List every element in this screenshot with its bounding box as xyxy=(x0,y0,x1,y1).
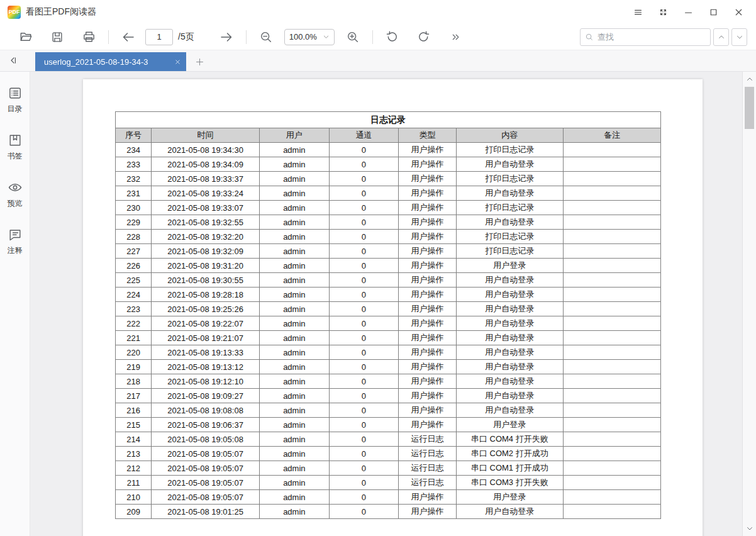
zoom-in-button[interactable] xyxy=(342,26,364,48)
table-cell: 2021-05-08 19:22:07 xyxy=(152,316,260,331)
fullscreen-icon xyxy=(658,7,669,18)
sidebar-item-preview[interactable]: 预览 xyxy=(0,180,30,209)
chevron-up-icon xyxy=(718,33,725,41)
chevron-down-icon xyxy=(323,33,330,40)
close-icon xyxy=(733,7,744,18)
tab-userlog[interactable]: userlog_2021-05-08-19-34-3 xyxy=(35,52,186,71)
save-button[interactable] xyxy=(47,26,68,48)
table-cell: 用户操作 xyxy=(398,505,456,519)
search-box[interactable] xyxy=(580,28,711,46)
table-cell: admin xyxy=(259,316,329,331)
table-cell: 2021-05-08 19:30:55 xyxy=(152,273,260,288)
table-cell: 218 xyxy=(116,374,152,389)
table-row: 2102021-05-08 19:05:07admin0用户操作用户登录 xyxy=(116,490,661,505)
table-cell: 231 xyxy=(116,186,152,201)
minimize-button[interactable] xyxy=(675,0,701,24)
vertical-scrollbar[interactable] xyxy=(742,72,756,536)
table-cell: 用户自动登录 xyxy=(456,505,563,519)
find-next-button[interactable] xyxy=(731,28,747,46)
sidebar-item-label: 预览 xyxy=(8,198,23,209)
table-cell: 用户自动登录 xyxy=(456,186,563,201)
table-cell: 220 xyxy=(116,345,152,360)
table-cell: 2021-05-08 19:28:18 xyxy=(152,288,260,302)
table-cell: 用户操作 xyxy=(398,345,456,360)
table-cell: 用户自动登录 xyxy=(456,302,563,316)
bookmark-icon xyxy=(8,133,23,148)
print-button[interactable] xyxy=(78,26,99,48)
sidebar-item-toc[interactable]: 目录 xyxy=(0,86,30,114)
zoom-out-icon xyxy=(259,30,273,44)
sidebar-item-annotations[interactable]: 注释 xyxy=(0,227,30,256)
column-header: 类型 xyxy=(398,128,456,143)
toolbar-separator xyxy=(108,30,109,44)
table-cell: 2021-05-08 19:08:08 xyxy=(152,403,260,418)
log-table-body: 2342021-05-08 19:34:30admin0用户操作打印日志记录23… xyxy=(116,143,661,519)
table-row: 2242021-05-08 19:28:18admin0用户操作用户自动登录 xyxy=(116,288,661,302)
table-cell: 224 xyxy=(116,288,152,302)
table-cell: 2021-05-08 19:05:07 xyxy=(152,476,260,490)
table-cell: 217 xyxy=(116,389,152,403)
column-header: 通道 xyxy=(329,128,398,143)
prev-page-button[interactable] xyxy=(118,26,139,48)
table-cell: 打印日志记录 xyxy=(456,201,563,215)
table-cell xyxy=(563,432,660,447)
rotate-left-button[interactable] xyxy=(382,26,403,48)
next-page-button[interactable] xyxy=(216,26,237,48)
table-cell: 227 xyxy=(116,244,152,259)
table-cell xyxy=(563,360,660,374)
table-cell: 2021-05-08 19:01:25 xyxy=(152,505,260,519)
table-row: 2152021-05-08 19:06:37admin0用户操作用户登录 xyxy=(116,418,661,432)
table-cell: 210 xyxy=(116,490,152,505)
menu-button[interactable] xyxy=(625,0,650,24)
table-cell: 用户自动登录 xyxy=(456,331,563,345)
main-toolbar: /5页 100.0% xyxy=(0,24,756,50)
table-cell: 0 xyxy=(329,230,398,244)
zoom-out-button[interactable] xyxy=(255,26,277,48)
scroll-up-button[interactable] xyxy=(743,74,756,85)
table-row: 2292021-05-08 19:32:55admin0用户操作用户自动登录 xyxy=(116,215,661,230)
search-input[interactable] xyxy=(598,32,706,42)
left-sidebar: 目录 书签 预览 注释 xyxy=(0,72,30,536)
table-cell: 2021-05-08 19:05:07 xyxy=(152,490,260,505)
open-file-button[interactable] xyxy=(15,26,36,48)
scrollbar-thumb[interactable] xyxy=(745,87,754,129)
main-area: 目录 书签 预览 注释 xyxy=(0,72,756,536)
table-row: 2262021-05-08 19:31:20admin0用户操作用户登录 xyxy=(116,259,661,273)
scroll-down-button[interactable] xyxy=(743,523,756,534)
collapse-sidebar-button[interactable] xyxy=(3,50,24,71)
more-tools-button[interactable] xyxy=(445,26,466,48)
find-previous-button[interactable] xyxy=(713,28,729,46)
table-cell: 0 xyxy=(329,418,398,432)
close-button[interactable] xyxy=(726,0,751,24)
sidebar-item-bookmarks[interactable]: 书签 xyxy=(0,133,30,162)
toc-icon xyxy=(8,86,23,101)
rotate-ccw-icon xyxy=(385,30,399,44)
table-cell: 0 xyxy=(329,432,398,447)
document-viewport[interactable]: 日志记录 序号时间用户通道类型内容备注 2342021-05-08 19:34:… xyxy=(30,72,756,536)
maximize-button[interactable] xyxy=(701,0,726,24)
column-header: 内容 xyxy=(456,128,563,143)
table-cell xyxy=(563,157,660,172)
table-cell: 2021-05-08 19:33:07 xyxy=(152,201,260,215)
table-cell xyxy=(563,345,660,360)
new-tab-button[interactable] xyxy=(190,52,209,71)
table-cell: 用户操作 xyxy=(398,215,456,230)
tab-bar: userlog_2021-05-08-19-34-3 xyxy=(0,50,756,72)
page-number-input[interactable] xyxy=(145,29,173,45)
table-cell: 用户自动登录 xyxy=(456,288,563,302)
rotate-right-button[interactable] xyxy=(413,26,435,48)
table-cell: admin xyxy=(259,505,329,519)
table-cell: 0 xyxy=(329,157,398,172)
fullscreen-button[interactable] xyxy=(650,0,675,24)
table-cell: 串口 COM3 打开失败 xyxy=(456,476,563,490)
table-cell: 0 xyxy=(329,259,398,273)
table-row: 2202021-05-08 19:13:33admin0用户操作用户自动登录 xyxy=(116,345,661,360)
window-controls xyxy=(625,0,751,24)
table-cell: admin xyxy=(259,331,329,345)
zoom-level-select[interactable]: 100.0% xyxy=(284,29,335,45)
table-cell: 用户登录 xyxy=(456,490,563,505)
tab-close-button[interactable] xyxy=(174,59,181,65)
table-cell: 用户操作 xyxy=(398,302,456,316)
table-cell: 211 xyxy=(116,476,152,490)
tab-label: userlog_2021-05-08-19-34-3 xyxy=(44,57,172,67)
